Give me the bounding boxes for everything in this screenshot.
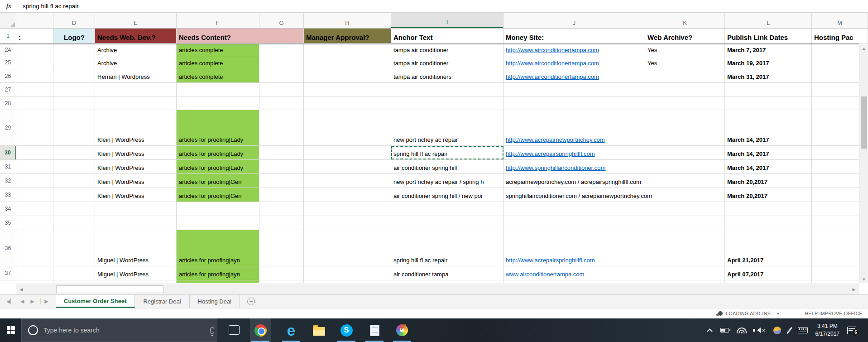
cell-L25[interactable]: March 19, 2017 — [725, 56, 812, 69]
scroll-right-icon[interactable]: ▶ — [849, 284, 859, 295]
cell-H32[interactable] — [304, 174, 391, 188]
cell-I1[interactable]: Anchor Text — [391, 29, 504, 43]
cell-G25[interactable] — [259, 56, 304, 69]
cell-H35[interactable] — [304, 216, 391, 230]
cell-C27[interactable] — [16, 83, 53, 96]
wifi-icon[interactable] — [737, 328, 747, 333]
cell-I32[interactable]: new port richey ac repair / spring h — [391, 174, 504, 188]
cell-E34[interactable] — [95, 202, 177, 216]
cell-F30[interactable]: articles for proofing|Lady — [177, 146, 259, 159]
cell-F28[interactable] — [177, 96, 259, 110]
cell-J33[interactable]: springhillairconditioner.com / acrepairn… — [504, 188, 725, 202]
cell-K36[interactable] — [645, 230, 725, 266]
cell-I30[interactable]: spring hill fl ac repair — [391, 146, 504, 159]
cell-H26[interactable] — [304, 69, 391, 82]
cell-F27[interactable] — [177, 83, 259, 96]
row-header-31[interactable]: 31 — [0, 160, 16, 173]
cell-L24[interactable]: March 7, 2017 — [725, 43, 812, 56]
cell-H25[interactable] — [304, 56, 391, 69]
taskbar-search[interactable] — [21, 318, 217, 342]
column-header-L[interactable]: L — [725, 13, 812, 28]
cell-F24[interactable]: articles complete — [177, 43, 259, 56]
cell-L32[interactable]: March 20,2017 — [725, 174, 812, 188]
cell-D37[interactable] — [53, 266, 95, 280]
scroll-down-icon[interactable]: ▼ — [859, 275, 868, 283]
start-button[interactable] — [0, 318, 21, 342]
horizontal-scroll-thumb[interactable] — [56, 285, 163, 293]
row-header-28[interactable]: 28 — [0, 96, 16, 110]
cell-J26[interactable]: http://www.airconditionertampa.com — [504, 69, 645, 82]
cell-G35[interactable] — [259, 216, 304, 230]
cell-L35[interactable] — [725, 216, 812, 230]
cell-K30[interactable] — [645, 146, 725, 159]
cell-I29[interactable]: new port richey ac repair — [391, 110, 504, 145]
cell-D27[interactable] — [53, 83, 95, 96]
action-center-button[interactable]: 6 — [847, 327, 856, 334]
cell-I24[interactable]: tampa air conditioner — [391, 43, 504, 56]
cell-J37[interactable]: www.airconditionertampa.com — [504, 266, 645, 280]
cell-D32[interactable] — [53, 174, 95, 188]
cell-K27[interactable] — [645, 83, 725, 96]
prev-sheet-icon[interactable]: ◀ — [20, 299, 24, 304]
row-header-32[interactable]: 32 — [0, 174, 16, 188]
cell-F35[interactable] — [177, 216, 259, 230]
file-explorer-icon[interactable] — [308, 318, 329, 342]
cell-I37[interactable]: air conditioner tampa — [391, 266, 504, 280]
cell-K28[interactable] — [645, 96, 725, 110]
cell-F25[interactable]: articles complete — [177, 56, 259, 69]
cell-F32[interactable]: articles for proofing|Gen — [177, 174, 259, 188]
row-header-36[interactable]: 36 — [0, 230, 16, 266]
cell-E30[interactable]: Klein | WordPress — [95, 146, 177, 159]
cell-H30[interactable] — [304, 146, 391, 159]
cell-H31[interactable] — [304, 160, 391, 173]
cell-F33[interactable]: articles for proofing|Gen — [177, 188, 259, 202]
cell-J30[interactable]: http://www.acrepairspringhillfl.com — [504, 146, 645, 159]
tray-app-icon[interactable] — [773, 327, 781, 334]
cell-F34[interactable] — [177, 202, 259, 216]
task-view-button[interactable] — [229, 325, 240, 335]
cell-H24[interactable] — [304, 43, 391, 56]
cell-L26[interactable]: March 31, 2017 — [725, 69, 812, 82]
cell-D24[interactable] — [53, 43, 95, 56]
windows-ink-icon[interactable] — [786, 327, 792, 333]
cell-G36[interactable] — [259, 230, 304, 266]
cell-M1[interactable]: Hosting Pac — [812, 29, 868, 43]
cell-E31[interactable]: Klein | WordPress — [95, 160, 177, 173]
battery-icon[interactable] — [720, 328, 729, 332]
cell-F31[interactable]: articles for proofing|Lady — [177, 160, 259, 173]
horizontal-scrollbar[interactable]: ◀ ▶ — [16, 284, 859, 294]
column-header-c[interactable] — [16, 13, 53, 28]
cell-D35[interactable] — [53, 216, 95, 230]
cell-L1[interactable]: Publish Link Dates — [725, 29, 812, 43]
edge-icon[interactable]: e — [281, 318, 302, 342]
loading-addins-button[interactable]: LOADING ADD-INS ▼ — [718, 311, 780, 316]
cell-H27[interactable] — [304, 83, 391, 96]
column-header-M[interactable]: M — [812, 13, 868, 28]
cell-C31[interactable] — [16, 160, 53, 173]
cell-G30[interactable] — [259, 146, 304, 159]
cell-K34[interactable] — [645, 202, 725, 216]
cell-G27[interactable] — [259, 83, 304, 96]
cell-C36[interactable] — [16, 230, 53, 266]
cell-J29[interactable]: http://www.acrepairnewportrichey.com — [504, 110, 645, 145]
row-header-30[interactable]: 30 — [0, 146, 16, 159]
cell-H37[interactable] — [304, 266, 391, 280]
cell-I27[interactable] — [391, 83, 504, 96]
cell-L33[interactable]: March 20,2017 — [725, 188, 812, 202]
cell-G24[interactable] — [259, 43, 304, 56]
cell-C30[interactable] — [16, 146, 53, 159]
row-header-26[interactable]: 26 — [0, 69, 16, 82]
cell-J31[interactable]: http://www.springhillairconditioner.com — [504, 160, 645, 173]
cell-C24[interactable] — [16, 43, 53, 56]
cell-L28[interactable] — [725, 96, 812, 110]
cell-I28[interactable] — [391, 96, 504, 110]
cell-H36[interactable] — [304, 230, 391, 266]
select-all-corner[interactable] — [0, 13, 16, 28]
cell-J25[interactable]: http://www.airconditionertampa.com — [504, 56, 645, 69]
cell-D36[interactable] — [53, 230, 95, 266]
cell-I34[interactable] — [391, 202, 504, 216]
tab-registrar-deal[interactable]: Registrar Deal — [135, 295, 189, 308]
chrome-icon[interactable] — [250, 318, 271, 342]
tab-hosting-deal[interactable]: Hosting Deal — [190, 295, 240, 308]
column-header-J[interactable]: J — [504, 13, 645, 28]
